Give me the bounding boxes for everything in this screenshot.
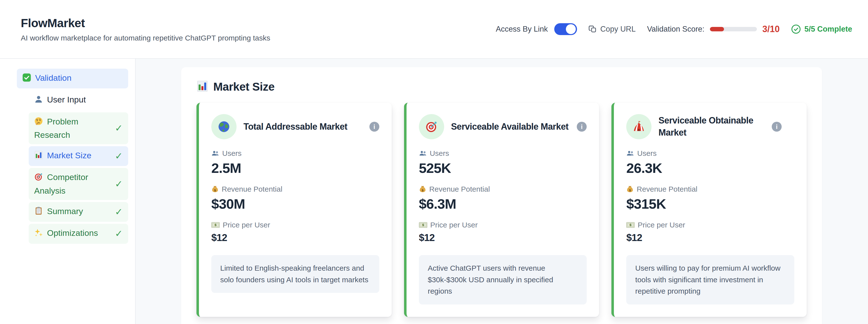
circus-tent-icon [626,114,651,139]
dollar-bill-icon: $ [626,222,635,228]
info-icon[interactable] [577,122,587,132]
dollar-bill-icon: $ [419,222,427,228]
access-by-link-group: Access By Link [496,23,577,35]
sidebar-item-label: Competitor Analysis [34,171,111,197]
item-check-icon: ✓ [115,178,123,190]
target-icon [419,114,444,139]
item-check-icon: ✓ [115,206,123,218]
card-note: Active ChatGPT users with revenue $30k-$… [419,255,587,304]
card-title: Serviceable Obtainable Market [658,115,765,139]
card-header: Total Addressable Market [211,114,379,139]
card-header: Serviceable Obtainable Market [626,114,794,139]
revenue-label-row: $ Revenue Potential [211,185,379,193]
info-icon[interactable] [369,122,379,132]
page-title: FlowMarket [21,16,270,30]
price-value: $12 [211,232,379,243]
sidebar-item-market-size[interactable]: Market Size ✓ [29,146,128,166]
price-label: Price per User [223,221,270,229]
users-icon [626,150,634,156]
price-label: Price per User [638,221,685,229]
validation-score-group: Validation Score: 3/10 [647,24,780,34]
revenue-label: Revenue Potential [429,185,490,193]
revenue-value: $30M [211,196,379,212]
header-controls: Access By Link Copy URL Validation Score… [496,23,852,35]
card-header: Serviceable Available Market [419,114,587,139]
users-label-row: Users [211,149,379,157]
svg-text:$: $ [422,188,424,192]
sidebar-item-label: Market Size [34,149,111,163]
target-icon [34,172,43,184]
price-label: Price per User [430,221,478,229]
sidebar-item-user-input[interactable]: User Input [29,91,128,110]
svg-text:$: $ [629,188,631,192]
validation-score-bar [710,27,757,31]
copy-icon [588,25,597,33]
sidebar-item-validation[interactable]: Validation [17,69,128,88]
thinking-face-icon [34,117,43,129]
card-note: Users willing to pay for premium AI work… [626,255,794,304]
bar-chart-icon [196,80,208,93]
sparkles-icon [34,228,43,240]
revenue-label-row: $ Revenue Potential [626,185,794,193]
revenue-value: $6.3M [419,196,587,212]
item-check-icon: ✓ [115,122,123,134]
card-title: Total Addressable Market [244,121,363,133]
users-value: 26.3K [626,160,794,176]
svg-text:$: $ [422,223,424,227]
money-bag-icon: $ [211,185,219,193]
money-bag-icon: $ [626,185,634,193]
page-subtitle: AI workflow marketplace for automating r… [21,34,270,42]
users-label-row: Users [419,149,587,157]
dollar-bill-icon: $ [211,222,220,228]
sidebar-item-problem-research[interactable]: Problem Research ✓ [29,112,128,144]
sidebar-sublist: User Input Problem Research ✓ Market Siz… [29,91,128,244]
item-check-icon: ✓ [115,150,123,162]
users-icon [419,150,427,156]
money-bag-icon: $ [419,185,426,193]
sidebar-item-optimizations[interactable]: Optimizations ✓ [29,224,128,244]
sidebar-item-label: Problem Research [34,116,111,141]
price-value: $12 [626,232,794,243]
sidebar: Validation User Input Problem Research ✓… [0,59,135,324]
validation-score-label: Validation Score: [647,25,705,34]
users-label: Users [430,149,449,157]
person-icon [34,95,43,107]
card-title: Serviceable Available Market [451,121,570,133]
validation-score-fill [710,27,724,31]
section-header: Market Size [196,80,807,93]
title-block: FlowMarket AI workflow marketplace for a… [21,16,270,42]
green-checkbox-icon [22,73,31,85]
price-label-row: $ Price per User [211,221,379,229]
globe-icon [211,114,237,139]
sidebar-item-summary[interactable]: Summary ✓ [29,202,128,222]
item-check-icon: ✓ [115,228,123,240]
sidebar-item-label: Validation [22,72,123,85]
section-title: Market Size [213,80,275,93]
users-value: 525K [419,160,587,176]
users-label-row: Users [626,149,794,157]
sidebar-item-competitor-analysis[interactable]: Competitor Analysis ✓ [29,168,128,200]
info-icon[interactable] [772,122,782,132]
users-label: Users [222,149,242,157]
svg-text:$: $ [214,188,216,192]
market-size-panel: Market Size Total Addressable Market Use… [181,67,822,324]
price-value: $12 [419,232,587,243]
complete-label: 5/5 Complete [804,25,852,34]
users-value: 2.5M [211,160,379,176]
toggle-knob [566,24,576,34]
sidebar-item-label: User Input [34,94,123,107]
revenue-label: Revenue Potential [637,185,697,193]
access-by-link-label: Access By Link [496,25,548,34]
bar-chart-icon [34,151,43,163]
sidebar-item-label: Summary [34,205,111,219]
card-serviceable-available-market: Serviceable Available Market Users 525K … [404,103,599,317]
access-by-link-toggle[interactable] [554,23,577,35]
price-label-row: $ Price per User [419,221,587,229]
revenue-value: $315K [626,196,794,212]
card-serviceable-obtainable-market: Serviceable Obtainable Market Users 26.3… [612,103,807,317]
revenue-label: Revenue Potential [222,185,282,193]
sidebar-item-label: Optimizations [34,227,111,240]
main-area: Market Size Total Addressable Market Use… [135,59,868,324]
copy-url-label: Copy URL [600,25,636,34]
copy-url-button[interactable]: Copy URL [588,25,636,34]
